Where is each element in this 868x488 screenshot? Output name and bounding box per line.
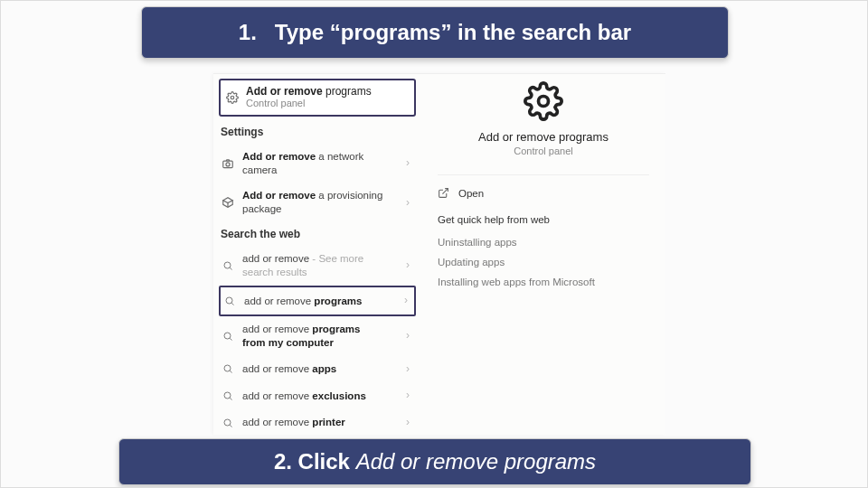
search-results-list: Add or remove programs Control panel Set… [213,74,421,435]
svg-point-3 [224,262,231,268]
chevron-right-icon: › [403,416,412,430]
result-label: add or remove - See more search results [242,252,396,279]
search-icon [221,418,235,428]
open-label: Open [458,188,484,199]
quick-help-header: Get quick help from web [438,214,649,225]
preview-title: Add or remove programs [478,130,609,144]
result-label: add or remove apps [242,362,396,376]
search-icon [221,331,235,342]
svg-line-12 [230,398,231,399]
svg-line-8 [230,338,231,340]
package-icon [221,196,235,209]
search-icon [221,390,235,401]
chevron-right-icon: › [403,329,412,343]
search-preview-pane: Add or remove programs Control panel Ope… [421,74,665,435]
step-text: Type “programs” in the search bar [275,20,631,45]
settings-result[interactable]: Add or remove a network camera› [219,144,416,183]
web-result[interactable]: add or remove apps› [219,356,416,383]
svg-line-4 [230,268,231,270]
divider [438,174,649,175]
gear-icon [524,81,563,121]
help-link[interactable]: Installing web apps from Microsoft [438,272,649,292]
chevron-right-icon: › [401,294,410,308]
svg-line-10 [230,371,231,373]
svg-point-7 [224,333,231,339]
svg-point-0 [231,96,234,99]
best-match-subtitle: Control panel [246,98,372,109]
chevron-right-icon: › [403,389,412,403]
section-header-web: Search the web [221,228,414,240]
gear-icon [226,91,239,104]
step-text: 2. Click Add or remove programs [274,449,596,474]
instruction-step-1: 1. Type “programs” in the search bar [141,6,729,59]
settings-result[interactable]: Add or remove a provisioning package› [219,183,416,222]
svg-line-18 [442,189,448,194]
result-label: add or remove printer [242,416,396,429]
web-result[interactable]: add or remove printer› [219,409,416,435]
result-label: add or remove exclusions [242,389,396,403]
chevron-right-icon: › [403,196,412,211]
svg-point-9 [224,365,231,371]
section-header-settings: Settings [221,126,414,138]
search-icon [222,296,237,306]
chevron-right-icon: › [403,258,412,273]
external-link-icon [438,187,449,199]
instruction-step-2: 2. Click Add or remove programs [118,438,751,485]
chevron-right-icon: › [403,156,412,171]
web-result[interactable]: add or remove programs› [219,286,416,316]
svg-point-13 [224,419,231,426]
svg-line-6 [231,303,233,305]
preview-subtitle: Control panel [514,145,572,156]
best-match-title: Add or remove programs [246,85,372,98]
step-number: 1. [239,20,257,45]
svg-point-2 [226,162,230,165]
svg-point-11 [224,392,231,399]
open-action[interactable]: Open [438,184,649,202]
svg-rect-1 [223,161,233,168]
web-result[interactable]: add or remove exclusions› [219,382,416,409]
result-label: add or remove programs from my computer [242,323,396,350]
chevron-right-icon: › [403,362,412,377]
search-icon [221,260,235,271]
result-label: Add or remove a provisioning package [242,189,396,216]
result-label: Add or remove a network camera [242,150,396,177]
camera-icon [221,157,235,170]
help-link[interactable]: Updating apps [438,252,649,272]
svg-point-5 [226,297,232,304]
windows-search-panel: Add or remove programs Control panel Set… [213,73,665,435]
web-result[interactable]: add or remove - See more search results› [219,246,416,286]
svg-line-14 [230,425,231,427]
result-label: add or remove programs [244,295,394,308]
best-match-result[interactable]: Add or remove programs Control panel [219,79,416,117]
search-icon [221,363,235,374]
help-link[interactable]: Uninstalling apps [438,232,649,252]
svg-point-17 [539,97,549,107]
web-result[interactable]: add or remove programs from my computer› [219,316,416,356]
